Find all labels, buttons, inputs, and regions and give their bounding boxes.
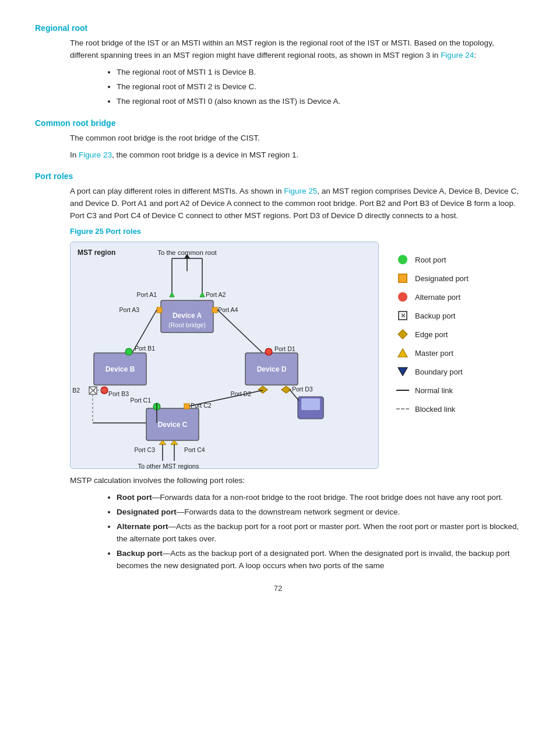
list-item: The regional root of MSTI 2 is Device C. <box>117 81 521 93</box>
normal-link-line <box>396 390 409 391</box>
alternate-port-term: Alternate port <box>117 522 168 531</box>
port-c2-icon <box>184 404 189 409</box>
port-roles-body: A port can play different roles in diffe… <box>70 186 521 222</box>
device-a-label: Device A <box>173 312 202 320</box>
common-root-heading: Common root bridge <box>35 118 521 128</box>
device-b-label: Device B <box>105 365 135 373</box>
legend-boundary-port: Boundary port <box>396 365 469 378</box>
blocked-link-label: Blocked link <box>415 405 455 414</box>
figure25-caption: Figure 25 Port roles <box>70 227 521 236</box>
port-c3-icon <box>159 440 166 444</box>
svg-marker-0 <box>398 330 407 339</box>
legend: Root port Designated port Alternate port <box>396 253 469 415</box>
legend-root-port: Root port <box>396 253 469 266</box>
port-d2-icon <box>258 386 268 393</box>
a4-to-d-line <box>217 310 269 359</box>
regional-root-content: The root bridge of the IST or an MSTI wi… <box>70 37 521 108</box>
to-other-mst-label: To other MST regions <box>138 463 199 470</box>
port-b1-label: Port B1 <box>135 345 155 352</box>
figure25-area: MST region To the common root Device A (… <box>70 242 521 469</box>
designated-port-desc: —Forwards data to the downstream network… <box>177 508 400 516</box>
port-b3-label: Port B3 <box>108 390 129 397</box>
edge-port-icon <box>396 328 409 341</box>
legend-edge-port: Edge port <box>396 328 469 341</box>
backup-port-term: Backup port <box>117 549 163 558</box>
port-c1-label: Port C1 <box>130 397 151 404</box>
figure25-link[interactable]: Figure 25 <box>284 187 317 195</box>
device-d-label: Device D <box>257 365 287 373</box>
port-c4-icon <box>171 440 178 444</box>
port-d1-label: Port D1 <box>275 345 295 352</box>
boundary-port-icon <box>396 365 409 378</box>
diagram-box: MST region To the common root Device A (… <box>70 242 379 469</box>
blocked-link-icon <box>396 402 409 415</box>
boundary-port-triangle-svg <box>397 366 408 377</box>
normal-link-label: Normal link <box>415 386 453 395</box>
alternate-port-desc: —Acts as the backup port for a root port… <box>117 522 519 543</box>
common-root-section: Common root bridge The common root bridg… <box>35 118 521 162</box>
legend-normal-link: Normal link <box>396 384 469 397</box>
list-item-backup-port: Backup port—Acts as the backup port of a… <box>117 548 521 572</box>
alternate-port-icon <box>396 290 409 303</box>
root-port-icon <box>396 253 409 266</box>
port-c4-label: Port C4 <box>184 446 205 453</box>
legend-master-port: Master port <box>396 346 469 359</box>
page-number: 72 <box>35 584 521 593</box>
list-item-root-port: Root port—Forwards data for a non-root b… <box>117 492 521 504</box>
boundary-port-label: Boundary port <box>415 368 463 376</box>
port-b2-label: Port B2 <box>71 387 80 394</box>
alternate-port-dot <box>398 292 407 302</box>
master-port-label: Master port <box>415 349 453 358</box>
backup-port-icon: ✕ <box>396 309 409 322</box>
master-port-icon <box>396 346 409 359</box>
backup-port-label: Backup port <box>415 312 455 320</box>
calc-text: MSTP calculation involves the following … <box>70 475 521 487</box>
port-roles-content: A port can play different roles in diffe… <box>70 186 521 572</box>
regional-root-heading: Regional root <box>35 23 521 33</box>
device-a-sub-label: (Root bridge) <box>168 321 206 328</box>
port-a1-icon <box>170 292 174 297</box>
legend-alternate-port: Alternate port <box>396 290 469 303</box>
legend-designated-port: Designated port <box>396 272 469 285</box>
backup-port-box: ✕ <box>398 311 407 320</box>
master-port-triangle-svg <box>397 348 408 358</box>
list-item-alternate-port: Alternate port—Acts as the backup port f… <box>117 521 521 545</box>
port-d1-icon <box>265 348 272 355</box>
port-a3-label: Port A3 <box>119 306 140 313</box>
list-item: The regional root of MSTI 0 (also known … <box>117 96 521 108</box>
port-a2-icon <box>200 292 205 297</box>
port-d3-icon <box>281 386 291 393</box>
svg-marker-2 <box>398 368 407 376</box>
mst-region-label: MST region <box>78 249 115 257</box>
port-b1-icon <box>125 348 132 355</box>
port-roles-heading: Port roles <box>35 172 521 181</box>
list-item-designated-port: Designated port—Forwards data to the dow… <box>117 506 521 519</box>
designated-port-square <box>398 274 407 283</box>
figure24-link[interactable]: Figure 24 <box>441 51 474 60</box>
blocked-link-line <box>396 408 409 410</box>
root-port-desc: —Forwards data for a non-root bridge to … <box>152 493 503 502</box>
common-root-body2: In Figure 23, the common root bridge is … <box>70 149 521 162</box>
port-a4-label: Port A4 <box>218 306 238 313</box>
host-base <box>307 411 314 414</box>
port-d3-label: Port D3 <box>292 386 313 393</box>
figure23-link[interactable]: Figure 23 <box>79 150 112 159</box>
common-root-content: The common root bridge is the root bridg… <box>70 132 521 162</box>
edge-port-label: Edge port <box>415 330 448 339</box>
port-a3-icon <box>157 307 162 313</box>
root-port-dot <box>398 255 407 264</box>
port-roles-section: Port roles A port can play different rol… <box>35 172 521 572</box>
backup-port-desc: —Acts as the backup port of a designated… <box>117 549 510 570</box>
designated-port-label: Designated port <box>415 274 469 283</box>
designated-port-icon <box>396 272 409 285</box>
regional-root-list: The regional root of MSTI 1 is Device B.… <box>117 66 521 108</box>
common-root-body1: The common root bridge is the root bridg… <box>70 132 521 145</box>
port-a2-label: Port A2 <box>206 291 226 298</box>
svg-marker-1 <box>398 349 407 357</box>
normal-link-icon <box>396 384 409 397</box>
c2-to-d-line <box>189 390 263 406</box>
legend-backup-port: ✕ Backup port <box>396 309 469 322</box>
port-roles-list: Root port—Forwards data for a non-root b… <box>117 492 521 572</box>
list-item: The regional root of MSTI 1 is Device B. <box>117 66 521 79</box>
device-c-label: Device C <box>158 421 188 429</box>
